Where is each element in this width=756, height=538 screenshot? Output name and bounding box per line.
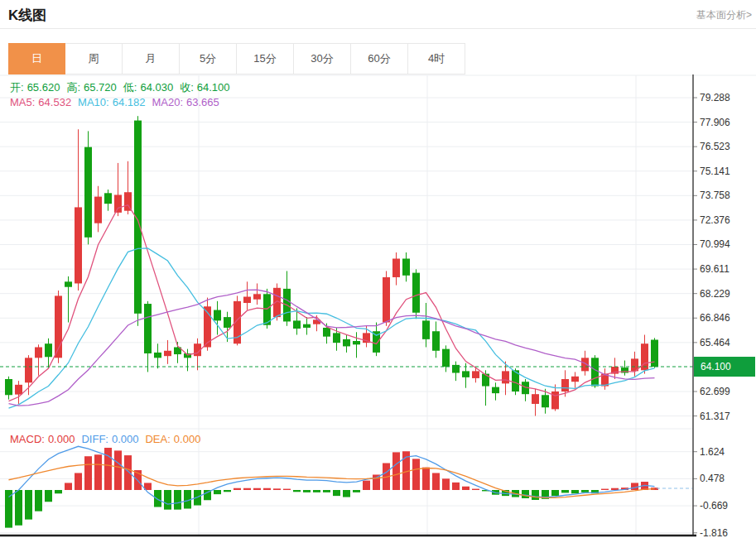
candle-body xyxy=(84,147,92,238)
main-axis-tick: 62.699 xyxy=(700,386,730,397)
main-axis-tick: 73.758 xyxy=(700,190,730,201)
candle-body xyxy=(25,358,32,382)
readout-segment: 高:65.720 xyxy=(66,81,119,94)
macd-bar xyxy=(154,490,161,507)
candle-body xyxy=(571,377,579,382)
macd-axis-tick: 1.624 xyxy=(700,446,725,458)
candle-body xyxy=(104,193,112,204)
macd-bar xyxy=(273,488,281,490)
kline-chart-svg: 79.28877.90676.52375.14173.75872.37670.9… xyxy=(0,74,756,538)
candle-body xyxy=(35,347,42,358)
candle-body xyxy=(452,365,460,373)
ma5-line xyxy=(9,205,655,401)
macd-bar xyxy=(104,448,112,490)
candle-body xyxy=(353,341,360,344)
current-price-badge: 64.100 xyxy=(694,357,755,377)
candles xyxy=(5,116,658,416)
candle-body xyxy=(502,371,509,383)
candle-body xyxy=(5,379,12,395)
macd-bar xyxy=(164,490,171,510)
macd-bar xyxy=(114,450,122,490)
widget-header: K线图 基本面分析> xyxy=(0,0,756,29)
macd-bar xyxy=(293,490,301,492)
macd-bar xyxy=(432,473,440,490)
macd-bar xyxy=(15,490,22,526)
macd-bar xyxy=(422,468,430,490)
candle-body xyxy=(253,294,261,299)
macd-bar xyxy=(343,490,350,497)
candle-body xyxy=(412,273,420,313)
candle-body xyxy=(154,353,161,358)
tab-周[interactable]: 周 xyxy=(65,43,123,74)
macd-bar xyxy=(472,489,479,490)
macd-bar xyxy=(333,490,340,496)
macd-bar xyxy=(532,490,539,500)
candle-body xyxy=(641,343,648,370)
gridlines: 79.28877.90676.52375.14173.75872.37670.9… xyxy=(0,75,756,538)
macd-bar xyxy=(224,490,231,492)
candle-body xyxy=(303,324,311,328)
candle-body xyxy=(472,371,479,378)
candle-body xyxy=(402,258,410,275)
macd-bar xyxy=(253,488,261,490)
macd-bar xyxy=(263,488,271,490)
macd-axis-tick: -0.669 xyxy=(700,500,728,512)
candle-body xyxy=(492,387,499,393)
macd-bar xyxy=(462,487,469,490)
tab-日[interactable]: 日 xyxy=(8,43,65,74)
main-axis-tick: 65.464 xyxy=(700,337,730,348)
readout-segment: MA5:64.532 xyxy=(10,96,75,108)
candle-body xyxy=(65,281,72,286)
macd-bar xyxy=(392,452,400,490)
macd-bar xyxy=(65,483,72,490)
tab-月[interactable]: 月 xyxy=(123,43,180,74)
tab-30分[interactable]: 30分 xyxy=(294,43,351,74)
candle-body xyxy=(243,296,251,302)
candle-body xyxy=(114,195,122,212)
macd-bar xyxy=(84,456,92,490)
macd-bar xyxy=(35,490,42,512)
candle-body xyxy=(392,258,400,276)
macd-bar xyxy=(75,473,82,490)
macd-bar xyxy=(442,478,450,490)
readout-segment: MACD:0.000 xyxy=(10,433,78,445)
page-title: K线图 xyxy=(8,6,46,25)
candle-body xyxy=(94,197,102,223)
candle-body xyxy=(383,277,390,323)
fundamental-analysis-link[interactable]: 基本面分析> xyxy=(696,8,752,22)
candle-body xyxy=(343,339,350,347)
main-axis-tick: 72.376 xyxy=(700,214,730,226)
kline-chart[interactable]: 79.28877.90676.52375.14173.75872.37670.9… xyxy=(0,74,756,538)
candle-body xyxy=(561,379,569,391)
macd-pane xyxy=(5,446,692,527)
tab-15分[interactable]: 15分 xyxy=(237,43,294,74)
tab-5分[interactable]: 5分 xyxy=(180,43,237,74)
kline-widget: K线图 基本面分析> 日周月5分15分30分60分4时 开:65.620高:65… xyxy=(0,0,756,538)
ohlc-readout: 开:65.620高:65.720低:64.030收:64.100 xyxy=(10,80,237,95)
tab-4时[interactable]: 4时 xyxy=(408,43,465,74)
main-axis-tick: 79.288 xyxy=(700,92,730,103)
candle-body xyxy=(333,333,340,343)
macd-bar xyxy=(522,490,529,498)
macd-bar xyxy=(283,489,291,490)
macd-bar xyxy=(243,488,251,490)
macd-bar xyxy=(561,490,569,492)
readout-segment: MA20:63.665 xyxy=(152,96,222,108)
macd-readout: MACD:0.000DIFF:0.000DEA:0.000 xyxy=(10,433,207,445)
main-axis-tick: 66.846 xyxy=(700,312,730,324)
period-tab-bar: 日周月5分15分30分60分4时 xyxy=(8,43,465,74)
macd-bar xyxy=(303,490,311,492)
ma-readout: MA5:64.532MA10:64.182MA20:63.665 xyxy=(10,96,226,108)
macd-bar xyxy=(373,474,380,490)
candle-body xyxy=(591,358,599,386)
main-axis-tick: 77.906 xyxy=(700,117,730,128)
main-axis-tick: 69.611 xyxy=(700,263,730,275)
candle-body xyxy=(432,331,440,351)
main-axis-tick: 61.317 xyxy=(700,411,730,422)
macd-bar xyxy=(214,490,221,494)
candle-body xyxy=(651,339,658,367)
tab-60分[interactable]: 60分 xyxy=(351,43,408,74)
main-axis-tick: 75.141 xyxy=(700,166,730,177)
macd-bar xyxy=(452,483,460,490)
candle-body xyxy=(75,207,82,283)
